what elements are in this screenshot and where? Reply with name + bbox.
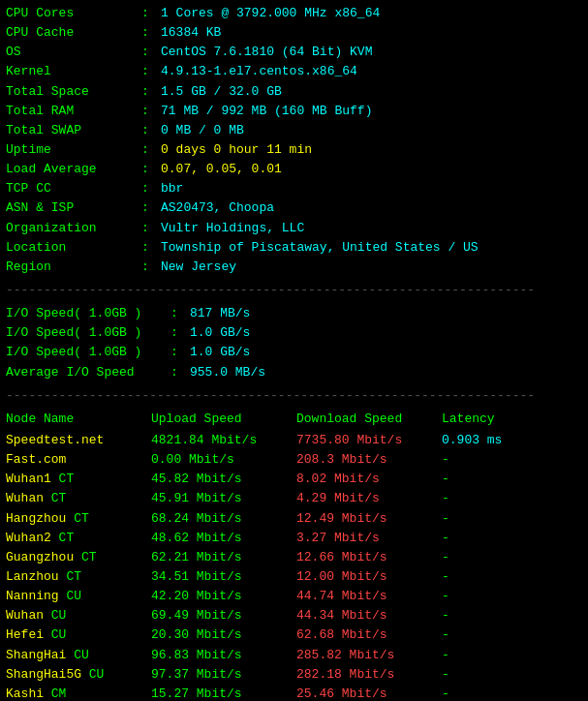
table-cell-node: Wuhan CU	[6, 606, 151, 625]
node-name: Hangzhou	[6, 511, 66, 526]
sysinfo-label: TCP CC	[6, 179, 141, 198]
table-cell-upload: 97.37 Mbit/s	[151, 665, 296, 685]
iospeed-value: 1.0 GB/s	[190, 343, 250, 362]
divider-2: ----------------------------------------…	[6, 386, 582, 406]
table-section: Node NameUpload SpeedDownload SpeedLaten…	[6, 410, 582, 701]
table-cell-latency: -	[442, 646, 519, 665]
node-name: Guangzhou	[6, 550, 74, 564]
table-row: Nanning CU42.20 Mbit/s44.74 Mbit/s-	[6, 587, 582, 606]
iospeed-value: 817 MB/s	[190, 304, 250, 323]
table-cell-latency: -	[442, 606, 519, 625]
table-row: Speedtest.net4821.84 Mbit/s7735.80 Mbit/…	[6, 431, 582, 450]
sysinfo-value: 1.5 GB / 32.0 GB	[161, 82, 282, 102]
sysinfo-row: Organization : Vultr Holdings, LLC	[6, 219, 582, 238]
iospeed-value: 955.0 MB/s	[190, 363, 265, 382]
header-download: Download Speed	[296, 410, 442, 429]
table-cell-upload: 0.00 Mbit/s	[151, 450, 296, 470]
iospeed-colon: :	[170, 304, 190, 323]
sysinfo-value: Township of Piscataway, United States / …	[161, 238, 479, 258]
sysinfo-row: CPU Cores : 1 Cores @ 3792.000 MHz x86_6…	[6, 4, 582, 23]
table-cell-download: 208.3 Mbit/s	[296, 450, 442, 470]
iospeed-colon: :	[170, 343, 190, 362]
iospeed-section: I/O Speed( 1.0GB ) : 817 MB/sI/O Speed( …	[6, 304, 582, 382]
sysinfo-section: CPU Cores : 1 Cores @ 3792.000 MHz x86_6…	[6, 4, 582, 277]
sysinfo-value: 1 Cores @ 3792.000 MHz x86_64	[161, 4, 380, 23]
table-cell-node: Nanning CU	[6, 587, 151, 606]
table-cell-upload: 69.49 Mbit/s	[151, 606, 296, 625]
table-cell-upload: 68.24 Mbit/s	[151, 509, 296, 529]
table-cell-node: Lanzhou CT	[6, 567, 151, 587]
sysinfo-value: bbr	[161, 179, 183, 198]
table-cell-upload: 4821.84 Mbit/s	[151, 431, 296, 450]
node-provider: CM	[44, 686, 66, 701]
table-cell-latency: 0.903 ms	[442, 431, 519, 450]
table-cell-download: 62.68 Mbit/s	[296, 625, 442, 645]
table-cell-latency: -	[442, 665, 519, 685]
table-cell-node: Wuhan1 CT	[6, 470, 151, 489]
node-provider: CT	[74, 550, 96, 564]
node-provider: CT	[51, 472, 74, 486]
table-cell-node: Hangzhou CT	[6, 509, 151, 529]
table-cell-download: 4.29 Mbit/s	[296, 489, 442, 508]
table-cell-download: 285.82 Mbit/s	[296, 646, 442, 665]
table-row: Wuhan CT45.91 Mbit/s4.29 Mbit/s-	[6, 489, 582, 508]
node-name: Wuhan2	[6, 531, 51, 545]
node-name: Wuhan1	[6, 472, 51, 486]
table-cell-download: 3.27 Mbit/s	[296, 529, 442, 548]
sysinfo-colon: :	[141, 82, 161, 102]
table-cell-node: Wuhan2 CT	[6, 529, 151, 548]
iospeed-row: I/O Speed( 1.0GB ) : 1.0 GB/s	[6, 323, 582, 343]
sysinfo-row: Kernel : 4.9.13-1.el7.centos.x86_64	[6, 62, 582, 81]
sysinfo-colon: :	[141, 258, 161, 277]
table-row: Wuhan1 CT45.82 Mbit/s8.02 Mbit/s-	[6, 470, 582, 489]
node-provider: CU	[44, 627, 66, 642]
table-cell-node: Speedtest.net	[6, 431, 151, 450]
sysinfo-label: CPU Cache	[6, 23, 141, 43]
table-cell-download: 8.02 Mbit/s	[296, 470, 442, 489]
iospeed-value: 1.0 GB/s	[190, 323, 250, 343]
node-name: Kashi	[6, 686, 44, 701]
table-row: Hangzhou CT68.24 Mbit/s12.49 Mbit/s-	[6, 509, 582, 529]
sysinfo-colon: :	[141, 62, 161, 81]
table-cell-download: 12.00 Mbit/s	[296, 567, 442, 587]
table-cell-latency: -	[442, 470, 519, 489]
table-cell-latency: -	[442, 548, 519, 567]
table-cell-download: 12.49 Mbit/s	[296, 509, 442, 529]
table-cell-download: 282.18 Mbit/s	[296, 665, 442, 685]
table-cell-node: Hefei CU	[6, 625, 151, 645]
sysinfo-value: New Jersey	[161, 258, 236, 277]
table-row: ShangHai5G CU97.37 Mbit/s282.18 Mbit/s-	[6, 665, 582, 685]
table-row: Guangzhou CT62.21 Mbit/s12.66 Mbit/s-	[6, 548, 582, 567]
iospeed-row: I/O Speed( 1.0GB ) : 1.0 GB/s	[6, 343, 582, 362]
table-cell-download: 44.34 Mbit/s	[296, 606, 442, 625]
table-cell-node: Kashi CM	[6, 685, 151, 701]
sysinfo-label: Uptime	[6, 140, 141, 160]
table-cell-latency: -	[442, 489, 519, 508]
table-cell-latency: -	[442, 509, 519, 529]
table-cell-upload: 15.27 Mbit/s	[151, 685, 296, 701]
table-cell-latency: -	[442, 450, 519, 470]
sysinfo-colon: :	[141, 160, 161, 179]
table-cell-node: Guangzhou CT	[6, 548, 151, 567]
node-name: Speedtest.net	[6, 433, 104, 447]
table-row: Hefei CU20.30 Mbit/s62.68 Mbit/s-	[6, 625, 582, 645]
table-cell-node: ShangHai5G CU	[6, 665, 151, 685]
iospeed-label: Average I/O Speed	[6, 363, 170, 382]
table-cell-upload: 45.82 Mbit/s	[151, 470, 296, 489]
table-row: Kashi CM15.27 Mbit/s25.46 Mbit/s-	[6, 685, 582, 701]
node-name: ShangHai5G	[6, 667, 81, 682]
sysinfo-row: OS : CentOS 7.6.1810 (64 Bit) KVM	[6, 43, 582, 62]
sysinfo-colon: :	[141, 198, 161, 218]
node-provider: CU	[44, 608, 66, 623]
table-cell-upload: 42.20 Mbit/s	[151, 587, 296, 606]
sysinfo-label: Total Space	[6, 82, 141, 102]
header-node: Node Name	[6, 410, 151, 429]
sysinfo-value: AS20473, Choopa	[161, 198, 274, 218]
node-provider: CU	[66, 648, 88, 662]
sysinfo-colon: :	[141, 238, 161, 258]
table-cell-latency: -	[442, 529, 519, 548]
sysinfo-label: Organization	[6, 219, 141, 238]
node-provider: CT	[66, 511, 88, 526]
table-cell-download: 44.74 Mbit/s	[296, 587, 442, 606]
sysinfo-row: TCP CC : bbr	[6, 179, 582, 198]
